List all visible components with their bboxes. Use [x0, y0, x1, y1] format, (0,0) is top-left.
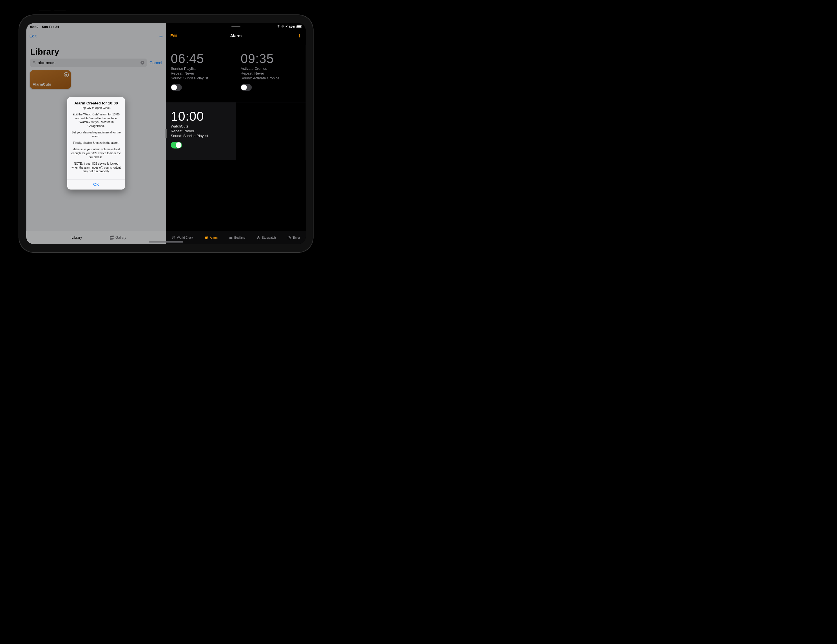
- alarm-repeat: Repeat: Never: [171, 71, 231, 75]
- slideover-handle[interactable]: [231, 26, 240, 27]
- clock-tabbar: World Clock Alarm Bedtime: [166, 231, 306, 244]
- tab-label: Stopwatch: [262, 236, 276, 239]
- alarm-time: 06:45: [171, 51, 231, 66]
- alert-ok-button[interactable]: OK: [67, 179, 125, 189]
- globe-icon: [172, 236, 176, 239]
- alert-paragraph: NOTE: If your iOS device is locked when …: [71, 162, 121, 174]
- alarm-cell[interactable]: 09:35 Activate Cronios Repeat: Never Sou…: [236, 45, 306, 102]
- tab-label: World Clock: [177, 236, 193, 239]
- ipad-frame: 09:40 Sun Feb 24 87%: [11, 11, 321, 256]
- alert-paragraph: Edit the "WatchCuts" alarm for 10:00 and…: [71, 113, 121, 128]
- tab-stopwatch[interactable]: Stopwatch: [256, 236, 276, 239]
- tab-bedtime[interactable]: Bedtime: [229, 236, 245, 239]
- alert-paragraph: Set your desired repeat interval for the…: [71, 131, 121, 138]
- alarm-cell[interactable]: 06:45 Sunrise Playlist Repeat: Never Sou…: [166, 45, 236, 102]
- alarm-repeat: Repeat: Never: [171, 129, 231, 133]
- svg-rect-7: [230, 237, 232, 238]
- tab-label: Alarm: [210, 236, 218, 239]
- alarm-time: 10:00: [171, 109, 231, 124]
- alarm-toggle[interactable]: [171, 142, 182, 149]
- clock-app: Edit Alarm + 06:45 Sunrise Playlist Repe…: [166, 23, 306, 244]
- svg-rect-8: [230, 238, 232, 239]
- page-title: Alarm: [230, 33, 241, 38]
- tab-world-clock[interactable]: World Clock: [172, 236, 193, 239]
- alarm-cell-empty: [236, 102, 306, 160]
- alarm-sound: Sound: Sunrise Playlist: [171, 134, 231, 138]
- alarm-repeat: Repeat: Never: [241, 71, 301, 75]
- alert-paragraph: Make sure your alarm volume is loud enou…: [71, 148, 121, 159]
- alarm-cell[interactable]: 10:00 WatchCuts Repeat: Never Sound: Sun…: [166, 102, 236, 160]
- alarm-toggle[interactable]: [241, 84, 252, 91]
- alert-subtitle: Tap OK to open Clock.: [71, 106, 121, 110]
- screen: 09:40 Sun Feb 24 87%: [26, 23, 306, 244]
- tab-timer[interactable]: Timer: [287, 236, 300, 239]
- alarm-sound: Sound: Sunrise Playlist: [171, 76, 231, 80]
- alarm-grid: 06:45 Sunrise Playlist Repeat: Never Sou…: [166, 45, 306, 229]
- tab-alarm[interactable]: Alarm: [204, 236, 218, 239]
- edit-button[interactable]: Edit: [170, 33, 177, 38]
- bedtime-icon: [229, 236, 233, 239]
- tab-label: Timer: [292, 236, 300, 239]
- alarm-label: WatchCuts: [171, 124, 231, 128]
- alarm-label: Sunrise Playlist: [171, 66, 231, 70]
- shortcuts-app: Edit + Library ✕ Cancel: [26, 23, 166, 244]
- stopwatch-icon: [256, 236, 261, 239]
- svg-point-10: [288, 236, 290, 239]
- alert-dialog: Alarm Created for 10:00 Tap OK to open C…: [67, 97, 125, 190]
- alarm-label: Activate Cronios: [241, 66, 301, 70]
- alert-paragraph: Finally, disable Snooze in the alarm.: [71, 141, 121, 145]
- alarm-icon: [204, 236, 208, 239]
- tab-label: Bedtime: [234, 236, 245, 239]
- alarm-toggle[interactable]: [171, 84, 182, 91]
- add-alarm-button[interactable]: +: [298, 32, 302, 39]
- timer-icon: [287, 236, 291, 239]
- alarm-sound: Sound: Activate Cronios: [241, 76, 301, 80]
- alarm-time: 09:35: [241, 51, 301, 66]
- clock-navbar: Edit Alarm +: [166, 31, 306, 41]
- alert-title: Alarm Created for 10:00: [71, 101, 121, 105]
